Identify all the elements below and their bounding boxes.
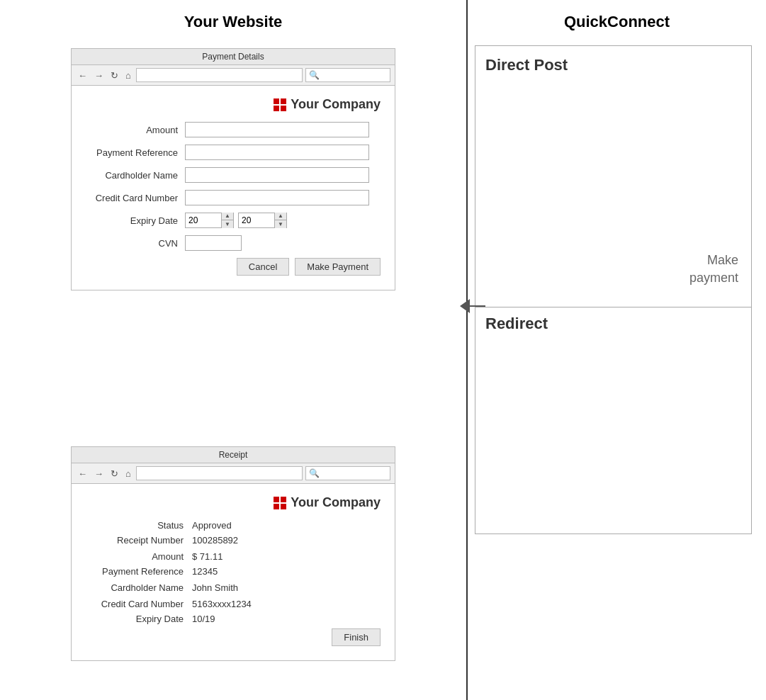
receipt-expiry-value: 10/19 (192, 614, 215, 624)
receipt-no-label: Receipt Number (86, 535, 192, 546)
receipt-amount-row: Amount $ 71.11 (86, 551, 381, 562)
search-box: 🔍 (305, 68, 390, 82)
credit-card-input[interactable] (185, 190, 369, 205)
home-button[interactable]: ⌂ (123, 70, 133, 81)
receipt-buttons: Finish (86, 628, 381, 646)
make-payment-button[interactable]: Make Payment (295, 258, 381, 276)
receipt-company-logo: Your Company (86, 495, 381, 510)
payment-browser-toolbar: ← → ↻ ⌂ 🔍 (72, 65, 395, 86)
cardholder-label: Cardholder Name (86, 170, 185, 181)
expiry-row: Expiry Date 20 ▲ ▼ 20 ▲ (86, 213, 381, 228)
right-panel: QuickConnect Direct Post Makepayment Red… (468, 0, 766, 700)
payment-form-content: Your Company Amount Payment Reference Ca… (72, 86, 395, 290)
receipt-refresh-button[interactable]: ↻ (108, 468, 120, 479)
left-section-header: Your Website (0, 0, 466, 38)
left-arrow-icon (460, 299, 470, 313)
redirect-label: Redirect (485, 315, 548, 333)
month-down-button[interactable]: ▼ (222, 220, 233, 228)
receipt-no-row: Receipt Number 100285892 (86, 535, 381, 546)
redirect-arrow-area (460, 299, 485, 313)
cvn-input[interactable] (185, 235, 242, 251)
payment-ref-row: Payment Reference (86, 145, 381, 160)
receipt-logo-dot-4 (281, 504, 286, 509)
receipt-amount-value: $ 71.11 (192, 551, 223, 562)
receipt-payment-ref-label: Payment Reference (86, 566, 192, 577)
expiry-month-input[interactable]: 20 (186, 213, 221, 227)
forward-button[interactable]: → (92, 70, 106, 81)
receipt-logo-dot-1 (274, 497, 279, 502)
payment-ref-input[interactable] (185, 145, 369, 160)
expiry-month-spinner: 20 ▲ ▼ (185, 213, 234, 228)
logo-dot-4 (281, 106, 286, 111)
company-name: Your Company (291, 97, 381, 112)
right-section-header: QuickConnect (468, 0, 766, 38)
cancel-button[interactable]: Cancel (237, 258, 289, 276)
receipt-logo-dot-3 (274, 504, 279, 509)
receipt-amount-label: Amount (86, 551, 192, 562)
payment-ref-label: Payment Reference (86, 147, 185, 158)
finish-button[interactable]: Finish (332, 628, 381, 646)
cardholder-row: Cardholder Name (86, 167, 381, 183)
receipt-url-input[interactable] (136, 466, 303, 480)
receipt-home-button[interactable]: ⌂ (123, 468, 133, 479)
amount-row: Amount (86, 122, 381, 137)
direct-post-label: Direct Post (485, 56, 568, 74)
amount-input[interactable] (185, 122, 369, 137)
receipt-browser-toolbar: ← → ↻ ⌂ 🔍 (72, 463, 395, 484)
receipt-payment-ref-row: Payment Reference 12345 (86, 566, 381, 577)
payment-window-title: Payment Details (72, 49, 395, 65)
make-payment-label: Makepayment (689, 252, 738, 287)
status-label: Status (86, 520, 192, 531)
receipt-cc-row: Credit Card Number 5163xxxx1234 (86, 599, 381, 609)
year-down-button[interactable]: ▼ (275, 220, 286, 228)
month-spinner-buttons: ▲ ▼ (221, 213, 233, 228)
month-up-button[interactable]: ▲ (222, 213, 233, 220)
direct-post-box: Direct Post Makepayment (475, 45, 752, 307)
redirect-box: Redirect (475, 307, 752, 534)
payment-browser-window: Payment Details ← → ↻ ⌂ 🔍 (71, 48, 395, 290)
receipt-cc-label: Credit Card Number (86, 599, 192, 609)
logo-dot-2 (281, 98, 286, 104)
year-up-button[interactable]: ▲ (275, 213, 286, 220)
back-button[interactable]: ← (76, 70, 89, 81)
receipt-back-button[interactable]: ← (76, 468, 89, 479)
logo-grid (274, 98, 286, 111)
receipt-expiry-label: Expiry Date (86, 614, 192, 624)
cvn-row: CVN (86, 235, 381, 251)
receipt-search-box: 🔍 (305, 466, 390, 480)
amount-label: Amount (86, 125, 185, 135)
receipt-cardholder-row: Cardholder Name John Smith (86, 582, 381, 593)
status-value: Approved (192, 520, 232, 531)
receipt-expiry-row: Expiry Date 10/19 (86, 614, 381, 624)
status-row: Status Approved (86, 520, 381, 531)
arrow-line (470, 305, 485, 307)
receipt-window-title: Receipt (72, 447, 395, 463)
form-buttons: Cancel Make Payment (86, 258, 381, 276)
logo-dot-3 (274, 106, 279, 111)
receipt-browser-window: Receipt ← → ↻ ⌂ 🔍 (71, 446, 395, 661)
logo-dot-1 (274, 98, 279, 104)
year-spinner-buttons: ▲ ▼ (274, 213, 286, 228)
receipt-payment-ref-value: 12345 (192, 566, 218, 577)
company-logo-area: Your Company (86, 97, 381, 112)
refresh-button[interactable]: ↻ (108, 70, 120, 81)
credit-card-row: Credit Card Number (86, 190, 381, 205)
receipt-forward-button[interactable]: → (92, 468, 106, 479)
url-input[interactable] (136, 68, 303, 82)
receipt-content: Your Company Status Approved Receipt Num… (72, 484, 395, 660)
expiry-year-input[interactable]: 20 (239, 213, 274, 227)
credit-card-label: Credit Card Number (86, 193, 185, 203)
expiry-year-spinner: 20 ▲ ▼ (238, 213, 287, 228)
receipt-company-name: Your Company (291, 495, 381, 510)
search-icon: 🔍 (309, 70, 320, 80)
receipt-logo-dot-2 (281, 497, 286, 502)
receipt-no-value: 100285892 (192, 535, 238, 546)
receipt-logo-grid (274, 497, 286, 509)
receipt-search-icon: 🔍 (309, 468, 320, 478)
expiry-group: 20 ▲ ▼ 20 ▲ ▼ (185, 213, 287, 228)
expiry-label: Expiry Date (86, 215, 185, 226)
cardholder-input[interactable] (185, 167, 369, 183)
receipt-cardholder-value: John Smith (192, 582, 238, 593)
receipt-cc-value: 5163xxxx1234 (192, 599, 252, 609)
receipt-cardholder-label: Cardholder Name (86, 582, 192, 593)
